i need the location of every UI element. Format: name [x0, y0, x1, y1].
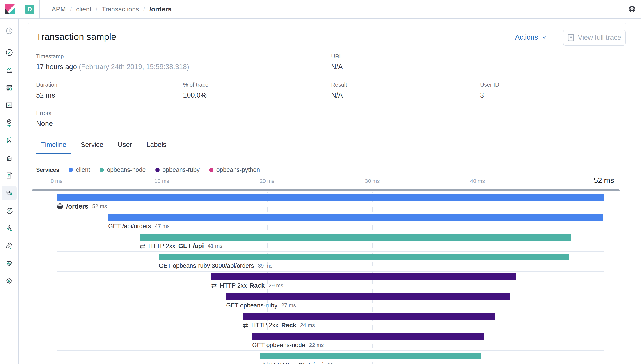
item-duration: 21 ms: [327, 362, 342, 364]
item-duration: 24 ms: [300, 322, 315, 328]
waterfall-row-label: GET opbeans-ruby27 ms: [226, 302, 296, 310]
sidebar-item-canvas[interactable]: [2, 96, 17, 114]
sidebar-item-infrastructure[interactable]: [2, 149, 17, 167]
http-status-label: HTTP 2xx: [251, 322, 278, 329]
cloud-server-icon: [5, 154, 13, 162]
top-navigation-bar: D APM/client/Transactions//orders: [0, 0, 641, 19]
actions-dropdown[interactable]: Actions: [515, 33, 547, 42]
item-duration: 39 ms: [258, 263, 273, 269]
clock-icon: [5, 27, 13, 35]
metadata-percent-of-trace: % of trace 100.0%: [183, 82, 209, 99]
span-bar[interactable]: [226, 293, 510, 300]
sidebar-item-dashboard[interactable]: [2, 79, 17, 96]
breadcrumb-item[interactable]: Transactions: [102, 6, 139, 13]
sidebar-item-management[interactable]: [2, 272, 17, 290]
legend-label: opbeans-ruby: [163, 166, 200, 174]
dashboard-icon: [5, 84, 13, 92]
waterfall-scrollbar[interactable]: [32, 190, 619, 192]
merge-icon: ⇄: [140, 242, 145, 249]
legend-label: opbeans-python: [216, 166, 260, 174]
space-avatar[interactable]: D: [25, 4, 35, 14]
legend-item-client: client: [69, 166, 90, 174]
metadata-errors: Errors None: [36, 110, 53, 128]
waterfall-row-span[interactable]: GET opbeans-ruby27 ms: [57, 292, 604, 311]
sidebar-item-monitoring[interactable]: [2, 254, 17, 272]
metadata-timestamp: Timestamp 17 hours ago (February 24th 20…: [36, 53, 189, 71]
item-name: /orders: [66, 203, 88, 210]
item-name: GET /api: [178, 242, 204, 250]
sidebar-item-graph[interactable]: [2, 220, 17, 237]
sidebar-item-dev-tools[interactable]: [2, 237, 17, 254]
tab-service[interactable]: Service: [76, 141, 108, 154]
breadcrumb-separator: /: [96, 6, 98, 13]
sidebar-item-discover[interactable]: [2, 44, 17, 61]
transaction-bar[interactable]: [260, 353, 481, 360]
waterfall-row-span[interactable]: GET opbeans-node22 ms: [57, 331, 604, 351]
app-sidebar: [0, 19, 19, 364]
life-ring-icon: [628, 5, 636, 13]
item-name: GET opbeans-node: [252, 342, 305, 349]
bar-line-chart-icon: [5, 66, 13, 74]
axis-tick: 40 ms: [470, 178, 485, 184]
item-duration: 52 ms: [92, 203, 107, 210]
waterfall-row-label: ⇄HTTP 2xxGET /api21 ms: [260, 361, 342, 364]
waterfall-row-transaction[interactable]: ⇄HTTP 2xxGET /api21 ms: [57, 351, 604, 364]
wrench-icon: [5, 242, 13, 250]
canvas-icon: [5, 101, 13, 109]
breadcrumb-item: /orders: [149, 6, 172, 13]
span-bar[interactable]: [108, 214, 603, 221]
detail-tabs: TimelineServiceUserLabels: [36, 136, 618, 154]
waterfall-row-span[interactable]: GET /api/orders47 ms: [57, 212, 604, 232]
logs-scroll-icon: [5, 172, 13, 180]
breadcrumb-item[interactable]: APM: [52, 6, 66, 13]
item-name: Rack: [281, 322, 296, 329]
metadata-user-id: User ID 3: [480, 82, 499, 99]
graph-icon: [5, 224, 13, 232]
axis-tick: 10 ms: [154, 178, 169, 184]
tab-timeline[interactable]: Timeline: [36, 141, 71, 154]
services-legend: Services clientopbeans-nodeopbeans-rubyo…: [36, 165, 260, 174]
legend-dot: [69, 168, 73, 172]
metadata-url: URL N/A: [331, 53, 343, 71]
tab-user[interactable]: User: [113, 141, 137, 154]
help-button[interactable]: [623, 0, 641, 19]
span-bar[interactable]: [159, 254, 569, 260]
item-duration: 22 ms: [309, 342, 324, 348]
merge-icon: ⇄: [260, 362, 265, 364]
transaction-bar[interactable]: [211, 274, 516, 280]
gridline: [604, 192, 604, 364]
sidebar-item-uptime[interactable]: [2, 202, 17, 220]
transaction-bar[interactable]: [57, 194, 604, 201]
waterfall-row-label: /orders52 ms: [57, 202, 107, 210]
waterfall-row-transaction[interactable]: /orders52 ms: [57, 192, 604, 212]
transaction-sample-panel: Transaction sample Actions View full tra…: [28, 22, 626, 364]
axis-tick: 0 ms: [51, 178, 63, 184]
sidebar-item-logs[interactable]: [2, 167, 17, 184]
item-name: Rack: [250, 282, 265, 289]
http-status-label: HTTP 2xx: [220, 282, 247, 289]
kibana-logo-icon[interactable]: [5, 4, 15, 14]
item-duration: 27 ms: [281, 302, 296, 308]
waterfall-row-transaction[interactable]: ⇄HTTP 2xxGET /api41 ms: [57, 232, 604, 252]
sidebar-item-machine-learning[interactable]: [2, 132, 17, 149]
sidebar-item-recently-viewed[interactable]: [2, 22, 17, 40]
heartbeat-icon: [5, 259, 13, 267]
span-bar[interactable]: [252, 333, 484, 340]
sidebar-item-visualize[interactable]: [2, 61, 17, 79]
waterfall-row-span[interactable]: GET opbeans-ruby:3000/api/orders39 ms: [57, 252, 604, 272]
transaction-bar[interactable]: [243, 313, 495, 320]
tab-labels[interactable]: Labels: [142, 141, 171, 154]
legend-item-opbeans-python: opbeans-python: [209, 166, 260, 174]
topbar-divider: [20, 0, 20, 19]
sidebar-item-maps[interactable]: [2, 114, 17, 132]
services-legend-title: Services: [36, 167, 59, 173]
page-title: Transaction sample: [36, 32, 116, 42]
waterfall-row-transaction[interactable]: ⇄HTTP 2xxRack29 ms: [57, 272, 604, 292]
breadcrumb-item[interactable]: client: [76, 6, 92, 13]
chevron-down-icon: [541, 34, 547, 40]
sidebar-item-apm[interactable]: [2, 186, 17, 200]
transaction-bar[interactable]: [140, 234, 571, 240]
waterfall-row-transaction[interactable]: ⇄HTTP 2xxRack24 ms: [57, 311, 604, 331]
view-full-trace-button[interactable]: View full trace: [563, 30, 626, 46]
item-name: GET opbeans-ruby:3000/api/orders: [159, 262, 254, 270]
